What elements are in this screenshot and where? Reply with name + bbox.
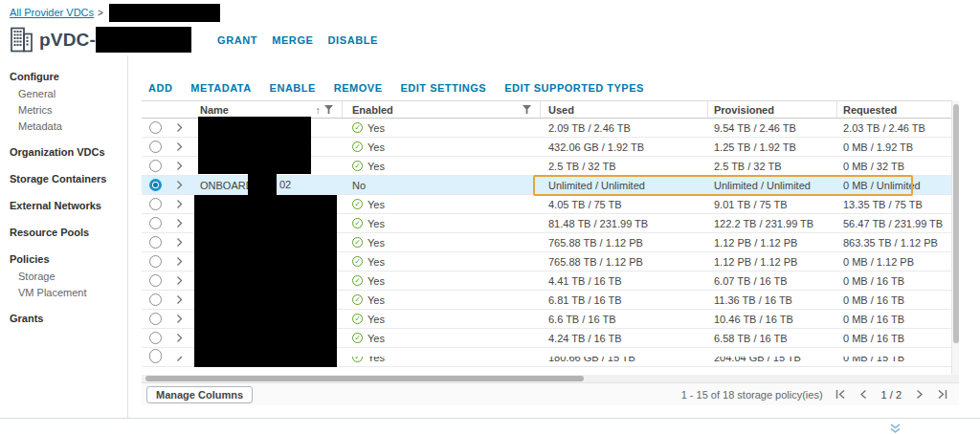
disable-button[interactable]: DISABLE bbox=[328, 34, 378, 46]
previous-page-icon[interactable] bbox=[858, 389, 869, 400]
sidebar-item-policies[interactable]: Policies bbox=[10, 250, 124, 268]
vertical-scrollbar[interactable] bbox=[951, 100, 959, 375]
breadcrumb-link-all-provider-vdcs[interactable]: All Provider VDCs bbox=[10, 7, 94, 18]
chevron-right-icon[interactable] bbox=[176, 237, 183, 248]
sidebar-item-grants[interactable]: Grants bbox=[10, 310, 124, 327]
used-cell: 432.06 GB / 1.92 TB bbox=[541, 138, 708, 156]
radio-button[interactable] bbox=[149, 274, 162, 287]
page-indicator[interactable]: 1 / 2 bbox=[881, 389, 902, 401]
vertical-scrollbar-thumb[interactable] bbox=[953, 104, 959, 343]
next-page-icon[interactable] bbox=[914, 389, 924, 400]
breadcrumb: All Provider VDCs > bbox=[10, 4, 220, 21]
sidebar-item-general[interactable]: General bbox=[10, 85, 124, 101]
merge-button[interactable]: MERGE bbox=[272, 34, 313, 46]
used-value: 4.05 TB / 75 TB bbox=[548, 199, 622, 210]
requested-cell: 0 MB / Unlimited bbox=[837, 176, 951, 194]
requested-cell: 13.35 TB / 75 TB bbox=[837, 195, 951, 213]
last-page-icon[interactable] bbox=[937, 389, 947, 400]
enabled-value: Yes bbox=[368, 237, 385, 249]
chevron-right-icon[interactable] bbox=[176, 199, 183, 209]
radio-button[interactable] bbox=[149, 121, 162, 134]
enabled-cell: Yes bbox=[343, 119, 541, 137]
provisioned-cell: 9.01 TB / 75 TB bbox=[708, 195, 837, 213]
radio-button[interactable] bbox=[149, 313, 162, 325]
provisioned-cell: 1.12 PB / 1.12 PB bbox=[708, 252, 837, 271]
filter-icon[interactable] bbox=[324, 105, 333, 114]
sidebar-item-metrics[interactable]: Metrics bbox=[10, 101, 124, 118]
sidebar-item-storage[interactable]: Storage bbox=[10, 268, 124, 284]
remove-button[interactable]: REMOVE bbox=[334, 82, 383, 94]
requested-value: 2.03 TB / 2.46 TB bbox=[843, 122, 925, 134]
manage-columns-button[interactable]: Manage Columns bbox=[146, 386, 253, 403]
sidebar-item-external-networks[interactable]: External Networks bbox=[10, 197, 124, 214]
column-header-enabled[interactable]: Enabled bbox=[343, 101, 541, 118]
radio-button[interactable] bbox=[149, 236, 162, 249]
bottom-panel-divider bbox=[0, 418, 980, 419]
chevron-right-icon[interactable] bbox=[176, 256, 183, 267]
sidebar-item-configure[interactable]: Configure bbox=[10, 68, 124, 85]
requested-value: 0 MB / 16 TB bbox=[843, 333, 904, 344]
chevron-right-icon[interactable] bbox=[176, 141, 183, 152]
metadata-button[interactable]: METADATA bbox=[190, 82, 251, 94]
radio-button[interactable] bbox=[149, 179, 162, 191]
sidebar-item-organization-vdcs[interactable]: Organization VDCs bbox=[10, 143, 124, 161]
edit-settings-button[interactable]: EDIT SETTINGS bbox=[401, 82, 487, 94]
requested-value: 0 MB / 1.12 PB bbox=[843, 256, 914, 268]
double-chevron-down-icon[interactable] bbox=[889, 421, 902, 434]
radio-button[interactable] bbox=[149, 255, 162, 268]
column-header-used[interactable]: Used bbox=[541, 101, 708, 118]
enabled-cell: Yes bbox=[343, 157, 541, 175]
radio-button[interactable] bbox=[149, 217, 162, 229]
provisioned-cell: 10.46 TB / 16 TB bbox=[708, 310, 837, 328]
requested-cell: 56.47 TB / 231.99 TB bbox=[837, 214, 951, 232]
radio-button[interactable] bbox=[149, 141, 162, 153]
horizontal-scrollbar[interactable] bbox=[142, 375, 959, 382]
sidebar-item-metadata[interactable]: Metadata bbox=[10, 118, 124, 134]
sort-ascending-icon[interactable]: ↑ bbox=[316, 104, 322, 116]
sidebar-item-storage-containers[interactable]: Storage Containers bbox=[10, 170, 124, 187]
radio-button[interactable] bbox=[149, 293, 162, 306]
column-header-name[interactable]: Name ↑ bbox=[197, 101, 343, 118]
edit-supported-types-button[interactable]: EDIT SUPPORTED TYPES bbox=[504, 82, 644, 94]
provisioned-cell: 11.36 TB / 16 TB bbox=[708, 291, 837, 309]
add-button[interactable]: ADD bbox=[148, 82, 172, 94]
requested-value: 863.35 TB / 1.12 PB bbox=[843, 237, 938, 249]
chevron-right-icon[interactable] bbox=[176, 218, 183, 228]
provisioned-value: 11.36 TB / 16 TB bbox=[714, 294, 792, 306]
column-header-provisioned[interactable]: Provisioned bbox=[708, 101, 837, 118]
chevron-right-icon[interactable] bbox=[176, 333, 183, 343]
radio-button[interactable] bbox=[149, 198, 162, 210]
sidebar-item-resource-pools[interactable]: Resource Pools bbox=[10, 224, 124, 241]
radio-button[interactable] bbox=[149, 349, 162, 357]
circle-check-icon bbox=[352, 294, 363, 305]
enabled-value: Yes bbox=[368, 333, 385, 344]
enabled-value: Yes bbox=[368, 294, 385, 306]
grant-button[interactable]: GRANT bbox=[217, 34, 257, 46]
used-value: 81.48 TB / 231.99 TB bbox=[548, 218, 648, 229]
enabled-value: Yes bbox=[368, 122, 385, 134]
requested-cell: 0 MB / 16 TB bbox=[837, 271, 951, 290]
used-cell: 6.81 TB / 16 TB bbox=[541, 291, 708, 309]
breadcrumb-separator: > bbox=[98, 8, 103, 18]
enabled-cell: Yes bbox=[343, 195, 541, 213]
chevron-right-icon[interactable] bbox=[176, 294, 183, 305]
horizontal-scrollbar-thumb[interactable] bbox=[145, 376, 584, 381]
chevron-right-icon[interactable] bbox=[176, 161, 183, 171]
radio-button[interactable] bbox=[149, 160, 162, 172]
chevron-right-icon[interactable] bbox=[176, 275, 183, 286]
redaction-box bbox=[96, 27, 191, 53]
chevron-right-icon[interactable] bbox=[176, 314, 183, 324]
redaction-box bbox=[248, 174, 277, 195]
sidebar-item-vm-placement[interactable]: VM Placement bbox=[10, 284, 124, 300]
chevron-right-icon[interactable] bbox=[176, 122, 183, 133]
used-cell: 4.41 TB / 16 TB bbox=[541, 271, 708, 290]
enable-button[interactable]: ENABLE bbox=[270, 82, 316, 94]
requested-cell: 863.35 TB / 1.12 PB bbox=[837, 233, 951, 251]
requested-value: 0 MB / 16 TB bbox=[843, 294, 904, 306]
chevron-right-icon[interactable] bbox=[176, 180, 183, 190]
radio-button[interactable] bbox=[149, 332, 162, 344]
filter-icon[interactable] bbox=[523, 105, 531, 114]
first-page-icon[interactable] bbox=[835, 389, 846, 400]
column-header-requested[interactable]: Requested bbox=[837, 101, 951, 118]
sidebar-nav: Configure General Metrics Metadata Organ… bbox=[10, 68, 124, 336]
